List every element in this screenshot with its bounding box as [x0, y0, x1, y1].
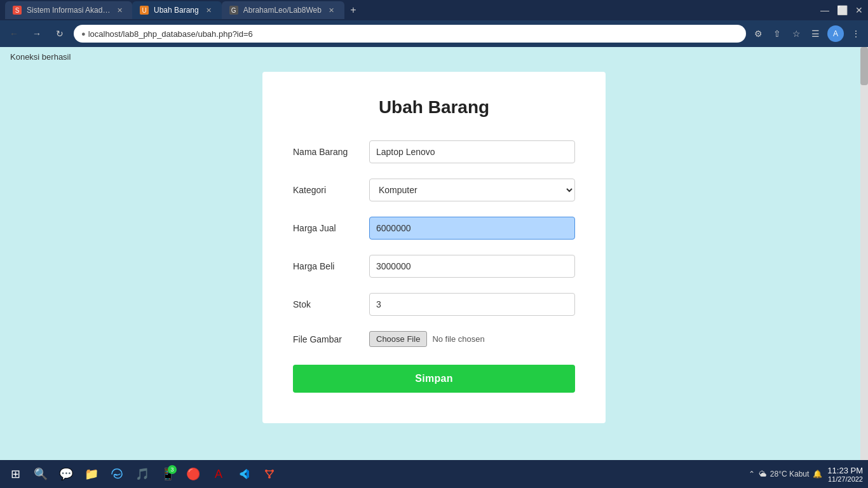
no-file-text: No file chosen [432, 334, 484, 344]
weather-text: 28°C Kabut [770, 470, 810, 478]
translate-icon[interactable]: ⚙ [751, 27, 765, 41]
nama-barang-group: Nama Barang [293, 140, 575, 163]
clock-date: 11/27/2022 [827, 475, 863, 483]
chevron-up-icon[interactable]: ⌃ [749, 470, 755, 478]
stok-group: Stok [293, 293, 575, 316]
svg-line-4 [269, 472, 273, 476]
svg-point-2 [268, 476, 271, 478]
reload-button[interactable]: ↻ [51, 25, 69, 43]
kategori-group: Kategori Komputer Elektronik Aksesoris [293, 179, 575, 201]
file-gambar-group: File Gambar Choose File No file chosen [293, 331, 575, 347]
koneksi-status: Koneksi berhasil [10, 52, 858, 62]
menu-icon[interactable]: ⋮ [849, 27, 863, 41]
clock-time: 11:23 PM [827, 466, 863, 475]
app8-taskbar-button[interactable]: 🔴 [183, 464, 203, 484]
stok-input[interactable] [369, 293, 575, 316]
scrollbar-thumb[interactable] [860, 47, 868, 85]
minimize-button[interactable]: — [820, 5, 829, 15]
close-button[interactable]: ✕ [855, 5, 863, 15]
form-title: Ubah Barang [293, 97, 575, 118]
tab-bar: S Sistem Informasi Akademik ✕ U Ubah Bar… [5, 1, 820, 19]
tab3-close[interactable]: ✕ [327, 5, 337, 15]
taskbar-clock: 11:23 PM 11/27/2022 [827, 466, 863, 483]
tab3-label: AbrahamLeo/Lab8Web [243, 6, 322, 15]
url-text: localhost/lab8_php_database/ubah.php?id=… [88, 29, 253, 39]
title-bar: S Sistem Informasi Akademik ✕ U Ubah Bar… [0, 0, 868, 20]
file-explorer-button[interactable]: 📁 [81, 464, 102, 484]
harga-beli-input[interactable] [369, 255, 575, 278]
page-content: Koneksi berhasil Ubah Barang Nama Barang… [0, 47, 868, 488]
tab-ubah-barang[interactable]: U Ubah Barang ✕ [132, 1, 222, 19]
edge-taskbar-button[interactable] [107, 464, 127, 484]
svg-line-3 [266, 472, 269, 476]
kategori-label: Kategori [293, 185, 369, 195]
choose-file-button[interactable]: Choose File [369, 331, 427, 347]
git-taskbar-button[interactable] [259, 464, 280, 484]
new-tab-button[interactable]: + [344, 1, 362, 19]
tab1-close[interactable]: ✕ [115, 5, 125, 15]
tab3-favicon: G [229, 6, 238, 15]
spotify-taskbar-button[interactable]: 🎵 [132, 464, 153, 484]
tab2-close[interactable]: ✕ [204, 5, 214, 15]
acrobat-taskbar-button[interactable]: A [208, 464, 229, 484]
task-view-button[interactable]: 💬 [56, 464, 76, 484]
harga-beli-label: Harga Beli [293, 261, 369, 271]
tab2-label: Ubah Barang [154, 6, 199, 15]
sidebar-icon[interactable]: ☰ [808, 27, 822, 41]
harga-jual-group: Harga Jual [293, 217, 575, 240]
notification-icon[interactable]: 🔔 [813, 470, 822, 478]
tab1-favicon: S [13, 6, 22, 15]
taskbar-left: ⊞ 🔍 💬 📁 🎵 📱 3 🔴 A [5, 464, 280, 484]
url-bar[interactable]: ● localhost/lab8_php_database/ubah.php?i… [74, 25, 746, 43]
file-input-wrapper: Choose File No file chosen [369, 331, 485, 347]
file-gambar-label: File Gambar [293, 334, 369, 344]
save-button[interactable]: Simpan [293, 365, 575, 393]
vscode-taskbar-button[interactable] [234, 464, 254, 484]
search-taskbar-button[interactable]: 🔍 [31, 464, 51, 484]
taskbar: ⊞ 🔍 💬 📁 🎵 📱 3 🔴 A [0, 460, 868, 488]
back-button[interactable]: ← [5, 25, 23, 43]
nama-barang-input[interactable] [369, 140, 575, 163]
harga-beli-group: Harga Beli [293, 255, 575, 278]
tab-sistem-informasi[interactable]: S Sistem Informasi Akademik ✕ [5, 1, 132, 19]
window-controls: — ⬜ ✕ [820, 5, 863, 15]
tab-github[interactable]: G AbrahamLeo/Lab8Web ✕ [222, 1, 344, 19]
tab2-favicon: U [140, 6, 149, 15]
system-tray: ⌃ 🌥 28°C Kabut 🔔 [749, 470, 823, 478]
stok-label: Stok [293, 299, 369, 309]
secure-icon: ● [81, 30, 86, 37]
nama-barang-label: Nama Barang [293, 147, 369, 157]
scrollbar-track[interactable] [860, 47, 868, 488]
bookmark-icon[interactable]: ☆ [789, 27, 803, 41]
profile-icon[interactable]: A [827, 25, 844, 42]
form-card: Ubah Barang Nama Barang Kategori Kompute… [262, 72, 606, 423]
kategori-select[interactable]: Komputer Elektronik Aksesoris [369, 179, 575, 201]
harga-jual-label: Harga Jual [293, 223, 369, 233]
whatsapp-taskbar-button[interactable]: 📱 3 [158, 464, 178, 484]
forward-button[interactable]: → [28, 25, 46, 43]
maximize-button[interactable]: ⬜ [837, 5, 848, 15]
start-button[interactable]: ⊞ [5, 464, 25, 484]
address-bar: ← → ↻ ● localhost/lab8_php_database/ubah… [0, 20, 868, 47]
harga-jual-input[interactable] [369, 217, 575, 240]
share-icon[interactable]: ⇧ [770, 27, 784, 41]
address-bar-icons: ⚙ ⇧ ☆ ☰ A ⋮ [751, 25, 863, 42]
tab1-label: Sistem Informasi Akademik [27, 6, 110, 15]
taskbar-right: ⌃ 🌥 28°C Kabut 🔔 11:23 PM 11/27/2022 [749, 466, 863, 483]
weather-icon: 🌥 [759, 470, 766, 478]
